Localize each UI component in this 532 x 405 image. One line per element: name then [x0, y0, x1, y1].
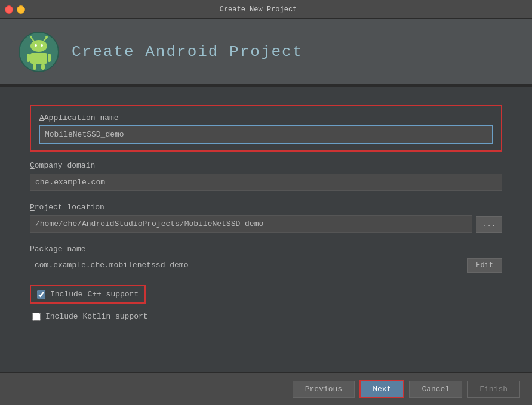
- package-name-label: Package name: [30, 245, 502, 253]
- previous-button[interactable]: Previous: [293, 381, 355, 398]
- kotlin-support-row: Include Kotlin support: [30, 312, 502, 321]
- package-row: com.example.che.mobilenetssd_demo Edit: [30, 257, 502, 273]
- window-title: Create New Project: [0, 5, 527, 14]
- main-content: AApplication name Company domain Project…: [0, 87, 532, 344]
- svg-rect-12: [41, 64, 45, 70]
- svg-rect-8: [30, 53, 47, 64]
- app-name-label-text: Application name: [44, 113, 119, 122]
- project-location-label: Project location: [30, 203, 502, 212]
- project-location-input[interactable]: [30, 215, 472, 233]
- package-name-value: com.example.che.mobilenetssd_demo: [30, 257, 461, 273]
- edit-package-button[interactable]: Edit: [467, 258, 502, 273]
- project-location-section: Project location ...: [30, 203, 502, 233]
- header-banner: Create Android Project: [0, 19, 532, 85]
- svg-rect-10: [48, 54, 51, 62]
- package-name-section: Package name com.example.che.mobilenetss…: [30, 245, 502, 273]
- checkboxes-section: Include C++ support Include Kotlin suppo…: [30, 285, 502, 321]
- cpp-support-row: Include C++ support: [30, 285, 146, 304]
- cancel-button[interactable]: Cancel: [409, 381, 462, 398]
- title-bar: Create New Project: [0, 0, 532, 19]
- svg-point-2: [30, 36, 32, 38]
- app-name-label: AApplication name: [39, 113, 493, 122]
- cpp-support-label[interactable]: Include C++ support: [50, 290, 139, 299]
- company-domain-section: Company domain: [30, 161, 502, 191]
- svg-point-6: [35, 44, 37, 47]
- browse-button[interactable]: ...: [476, 216, 502, 233]
- kotlin-support-label[interactable]: Include Kotlin support: [45, 312, 148, 321]
- finish-button[interactable]: Finish: [467, 381, 520, 398]
- svg-point-7: [41, 44, 43, 47]
- app-name-input[interactable]: [39, 126, 493, 143]
- app-name-section: AApplication name: [30, 105, 502, 152]
- cpp-support-checkbox[interactable]: [37, 290, 45, 299]
- svg-rect-11: [33, 64, 36, 70]
- kotlin-support-checkbox[interactable]: [32, 313, 41, 321]
- svg-point-4: [45, 36, 48, 38]
- svg-point-5: [30, 40, 47, 52]
- location-row: ...: [30, 215, 502, 233]
- svg-rect-9: [27, 54, 30, 62]
- footer: Previous Next Cancel Finish: [0, 372, 532, 405]
- android-logo: [18, 31, 60, 73]
- next-button[interactable]: Next: [359, 380, 404, 398]
- company-domain-input[interactable]: [30, 174, 502, 191]
- header-title: Create Android Project: [72, 43, 303, 61]
- company-domain-label: Company domain: [30, 161, 502, 170]
